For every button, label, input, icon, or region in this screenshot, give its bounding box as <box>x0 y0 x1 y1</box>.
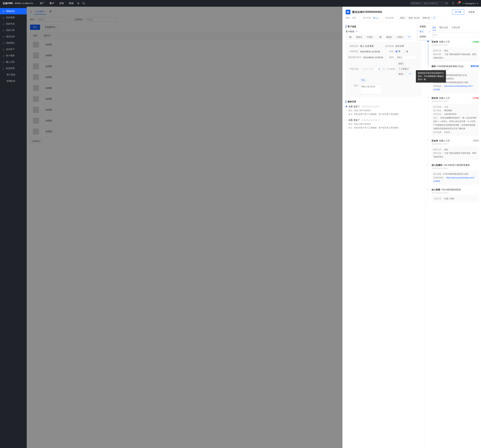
menu-icon: ◇ <box>3 10 4 13</box>
personal-tag: 标签1 <box>397 72 406 76</box>
phone-tag: 手机 <box>360 78 366 82</box>
dropdown-option[interactable]: 师馨薇 <box>418 24 433 29</box>
sidebar-item[interactable]: ◇标签管理⌃ <box>0 65 27 71</box>
customer-drawer: 微信名称6789990000966 代下单 交定金 昵称：小王 | 客户经理：张… <box>342 7 481 448</box>
group-chip: 群聊六群 <box>421 16 431 20</box>
search-type-select[interactable]: 手机号码 ▾ <box>410 2 422 5</box>
gender-male-radio[interactable]: 男 <box>395 50 400 53</box>
customer-tag: 一般 <box>346 35 353 39</box>
wechat-icon <box>346 10 350 14</box>
phone-exists-tooltip: 查询到此手机号码在系统中已存在，可以将两条客户数据合并为一条 <box>416 70 446 83</box>
ptags-more[interactable]: +4 <box>406 72 413 76</box>
menu-icon: ◇ <box>3 54 4 57</box>
remark-textarea[interactable] <box>360 84 382 94</box>
svg-rect-5 <box>348 12 349 13</box>
customer-tag: 高意向 <box>384 35 394 39</box>
sidebar-item[interactable]: ◇客户继承 <box>0 53 27 59</box>
view-detail-link[interactable]: 查看详情 <box>471 65 479 68</box>
main-content: ☰ 个人活码✕我 项目请选择运营期次请选择 导出不加密导出 头像微信名 自得其自… <box>27 7 481 448</box>
svg-line-2 <box>447 3 448 4</box>
right-tab[interactable]: 聊天记录 <box>439 25 448 30</box>
svg-point-0 <box>78 2 79 3</box>
section-history: 修改记录 <box>346 100 421 103</box>
menu-icon: ◇ <box>3 61 4 63</box>
customer-tag: 中意向 <box>365 35 375 39</box>
drawer-title: 微信名称6789990000966 <box>352 10 382 14</box>
logo: 云朵CRM 教育机构一站 式服务云平台 <box>3 2 33 5</box>
place-order-button[interactable]: 代下单 <box>452 9 464 15</box>
sidebar-item[interactable]: ◇我的学员 <box>0 21 27 27</box>
customer-tag: 一般 <box>376 35 383 39</box>
manager-select[interactable]: 张三 ▴ <box>373 16 378 19</box>
group-chip: 群聊一群大群 <box>407 16 421 20</box>
sidebar-item[interactable]: ◇我的群聊 <box>0 14 27 21</box>
dropdown-option[interactable]: 张三✓ <box>418 29 433 34</box>
topnav-质检[interactable]: 质检 <box>59 2 64 5</box>
svg-point-1 <box>446 2 447 4</box>
chevron-up-icon: ⌃ <box>23 68 24 69</box>
topnav-客户[interactable]: 客户 <box>50 2 54 5</box>
scan-icon[interactable]: ⊞ <box>378 68 380 70</box>
chevron-down-icon: ▾ <box>420 2 421 5</box>
topnav-推广[interactable]: 推广 <box>40 2 45 5</box>
phone-icon[interactable] <box>82 2 85 5</box>
bell-icon[interactable]: 5 <box>457 2 460 5</box>
sidebar-item[interactable]: ◇我的商品 <box>0 40 27 46</box>
top-header: 云朵CRM 教育机构一站 式服务云平台 推广客户质检数据 手机号码 ▾ 5 <box>0 0 481 7</box>
search-bar: 手机号码 ▾ <box>410 1 449 6</box>
logo-text: 云朵CRM <box>3 2 13 5</box>
personal-tag: 个人标签12 <box>397 67 411 71</box>
wechat-input[interactable] <box>395 55 417 59</box>
menu-icon: ◇ <box>3 35 4 38</box>
mobile-icon[interactable] <box>452 2 454 5</box>
activity-filter-select[interactable]: 全部动态⌄ <box>427 32 479 38</box>
chevron-down-icon: ▾ <box>477 2 478 5</box>
check-icon: ✓ <box>429 31 431 33</box>
logo-subtitle: 教育机构一站 式服务云平台 <box>14 2 33 4</box>
user-icon[interactable] <box>77 2 80 5</box>
customer-tag: 中意向 <box>395 35 405 39</box>
sidebar-item[interactable]: 客户标签 <box>0 71 27 78</box>
gender-female-radio[interactable]: 女 <box>403 50 408 53</box>
group-chip: 群聊三 <box>399 16 407 20</box>
personal-tag: 标签1 <box>397 62 406 66</box>
top-nav: 推广客户质检数据 <box>40 2 74 5</box>
sidebar-item[interactable]: ◇流失客户 <box>0 46 27 53</box>
menu-icon: ◇ <box>3 42 4 44</box>
sidebar: ◇我的好友◇我的群聊◇我的学员◇我的订单◇电话记录◇我的商品◇流失客户◇客户继承… <box>0 7 27 448</box>
svg-rect-3 <box>453 2 454 4</box>
menu-icon: ◇ <box>3 23 4 25</box>
groups-more[interactable]: +4 <box>432 16 436 20</box>
customer-tag: 高意向 <box>354 35 364 39</box>
status-dot <box>462 3 464 4</box>
search-input[interactable] <box>422 2 444 5</box>
sidebar-item[interactable]: ◇我的好友 <box>0 8 27 14</box>
sidebar-item[interactable]: ◇删人记录 <box>0 59 27 65</box>
pay-deposit-button[interactable]: 交定金 <box>466 9 478 15</box>
menu-icon: ◇ <box>3 16 4 19</box>
search-icon[interactable] <box>444 2 449 5</box>
right-tab[interactable]: 订单记录 <box>451 25 460 30</box>
chevron-down-icon: ⌄ <box>475 34 477 36</box>
notification-badge: 5 <box>458 1 461 3</box>
dropdown-option[interactable]: 俱保咏 <box>418 34 433 39</box>
tags-more[interactable]: +4 <box>406 35 412 39</box>
topnav-数据[interactable]: 数据 <box>69 2 74 5</box>
section-customer-info: 客户信息 <box>346 25 421 28</box>
user-menu[interactable]: manager11 ▾ <box>462 2 478 5</box>
menu-icon: ◇ <box>3 67 4 70</box>
sidebar-item[interactable]: ◇我的订单 <box>0 27 27 33</box>
edit-tags-icon[interactable]: ✎ <box>356 31 357 33</box>
menu-icon: ◇ <box>3 29 4 31</box>
sidebar-item[interactable]: 群聊标签 <box>0 78 27 84</box>
menu-icon: ◇ <box>3 48 4 51</box>
sidebar-item[interactable]: ◇电话记录 <box>0 33 27 40</box>
manager-dropdown: 师馨薇张三✓俱保咏 <box>418 23 433 40</box>
copy-icon[interactable]: ⎘ <box>383 68 385 70</box>
